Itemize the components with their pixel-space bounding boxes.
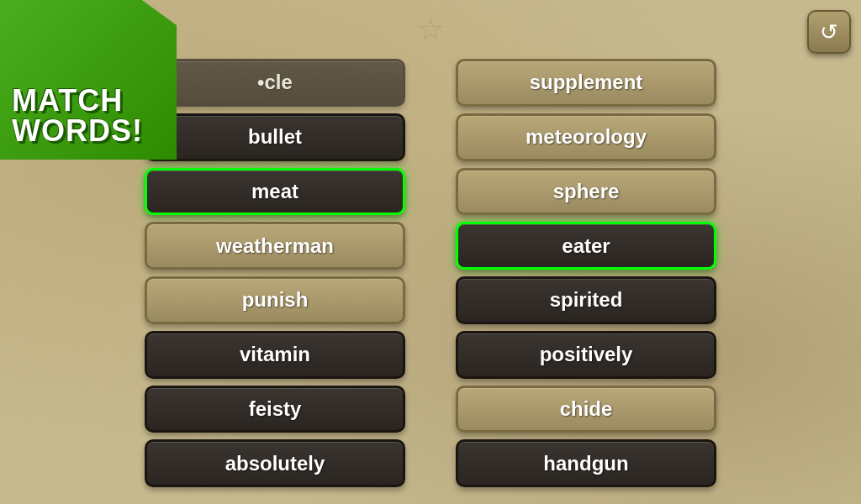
tile-right-7-label: handgun <box>543 452 628 475</box>
right-column: supplement meteorology sphere eater spir… <box>456 59 716 487</box>
tile-left-1[interactable]: bullet <box>145 113 405 161</box>
tile-right-2-sphere[interactable]: sphere <box>456 168 716 216</box>
tile-left-1-label: bullet <box>248 125 302 149</box>
star-button[interactable]: ☆ <box>417 12 444 47</box>
tile-left-7-absolutely[interactable]: absolutely <box>145 439 405 487</box>
tile-right-1-meteorology[interactable]: meteorology <box>456 113 716 161</box>
tile-right-6-chide[interactable]: chide <box>456 386 716 433</box>
match-words-banner: MATCHWORDS! <box>0 0 177 160</box>
redo-button[interactable] <box>807 10 851 54</box>
tile-left-7-label: absolutely <box>225 452 325 475</box>
banner-text: MATCHWORDS! <box>12 86 143 146</box>
tile-left-6-label: feisty <box>249 397 302 421</box>
tile-left-0[interactable]: •cle <box>145 59 405 107</box>
tile-left-5-label: vitamin <box>240 343 310 366</box>
tile-right-7-handgun[interactable]: handgun <box>456 439 716 487</box>
tile-right-1-label: meteorology <box>526 125 647 149</box>
left-column: •cle bullet meat weatherman punish vitam… <box>145 59 405 487</box>
tile-right-4-spirited[interactable]: spirited <box>456 276 716 324</box>
tile-left-3-label: weatherman <box>216 234 334 258</box>
tile-left-5-vitamin[interactable]: vitamin <box>145 331 405 379</box>
tile-right-4-label: spirited <box>550 288 623 312</box>
tile-left-2-meat[interactable]: meat <box>145 168 405 216</box>
tile-right-2-label: sphere <box>553 180 620 203</box>
tile-right-5-positively[interactable]: positively <box>456 331 716 379</box>
tile-left-0-label: •cle <box>257 71 293 94</box>
tile-right-3-eater[interactable]: eater <box>456 222 716 270</box>
tile-right-3-label: eater <box>562 234 610 258</box>
tile-left-6-feisty[interactable]: feisty <box>145 386 405 433</box>
tile-right-0-supplement[interactable]: supplement <box>456 59 716 107</box>
tile-left-4-punish[interactable]: punish <box>145 276 405 324</box>
tile-right-6-label: chide <box>560 397 613 421</box>
tile-left-4-label: punish <box>242 288 309 312</box>
tile-right-0-label: supplement <box>530 71 643 94</box>
tile-right-5-label: positively <box>540 343 633 366</box>
tile-left-2-label: meat <box>251 180 298 203</box>
tile-left-3-weatherman[interactable]: weatherman <box>145 222 405 270</box>
